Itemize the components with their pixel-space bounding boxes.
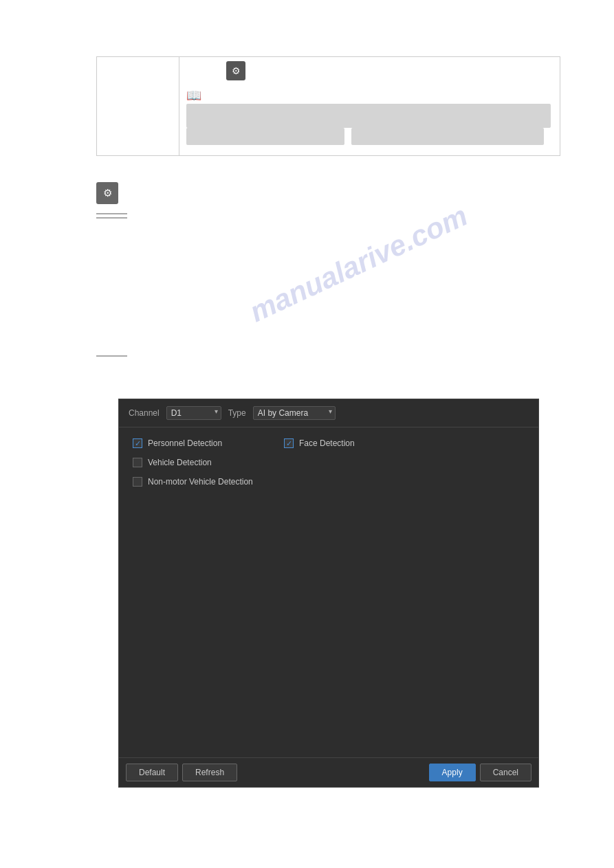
mid-gear-area: ⚙: [96, 182, 118, 204]
personnel-detection-row: Personnel Detection: [133, 438, 284, 448]
personnel-checkbox[interactable]: [133, 438, 142, 448]
dialog-footer: Default Refresh Apply Cancel: [119, 757, 538, 787]
vehicle-checkbox[interactable]: [133, 458, 142, 467]
gear-icon-mid: ⚙: [96, 182, 118, 204]
top-info-box: ⚙ 📖: [96, 56, 560, 156]
type-select-wrapper[interactable]: AI by Camera: [253, 406, 336, 420]
gear-icon-top: ⚙: [226, 61, 245, 80]
mid-line-2: [96, 217, 127, 219]
type-label: Type: [228, 408, 246, 418]
refresh-button[interactable]: Refresh: [182, 764, 237, 781]
book-icon: 📖: [186, 88, 201, 103]
channel-select[interactable]: D1: [166, 406, 221, 420]
watermark: manualarive.com: [245, 199, 472, 329]
default-button[interactable]: Default: [126, 764, 178, 781]
face-checkbox[interactable]: [284, 438, 294, 448]
face-detection-label: Face Detection: [299, 438, 355, 448]
top-gray-bar2: [186, 128, 344, 145]
dialog-content: Personnel Detection Vehicle Detection No…: [119, 427, 538, 757]
face-detection-row: Face Detection: [284, 438, 525, 448]
type-select[interactable]: AI by Camera: [253, 406, 336, 420]
channel-label: Channel: [129, 408, 160, 418]
nonmotor-detection-label: Non-motor Vehicle Detection: [148, 477, 253, 487]
mid-lines: [96, 213, 127, 221]
top-gray-bar3: [351, 128, 544, 145]
col-right: Face Detection: [284, 438, 525, 496]
nonmotor-detection-row: Non-motor Vehicle Detection: [133, 477, 284, 487]
top-box-right-panel: ⚙ 📖: [179, 57, 561, 155]
dialog-header: Channel D1 Type AI by Camera: [119, 399, 538, 427]
mid-line-1: [96, 213, 127, 214]
main-dialog: Channel D1 Type AI by Camera Personnel D…: [118, 399, 539, 788]
top-gray-bar: [186, 104, 551, 128]
col-left: Personnel Detection Vehicle Detection No…: [133, 438, 284, 496]
personnel-detection-label: Personnel Detection: [148, 438, 222, 448]
cancel-button[interactable]: Cancel: [480, 764, 531, 781]
bottom-line-area: [96, 355, 127, 359]
channel-select-wrapper[interactable]: D1: [166, 406, 221, 420]
detection-options: Personnel Detection Vehicle Detection No…: [133, 438, 525, 496]
bottom-line-1: [96, 355, 127, 357]
nonmotor-checkbox[interactable]: [133, 477, 142, 487]
apply-button[interactable]: Apply: [429, 764, 476, 781]
vehicle-detection-row: Vehicle Detection: [133, 458, 284, 467]
vehicle-detection-label: Vehicle Detection: [148, 458, 212, 467]
top-box-left-panel: [97, 57, 179, 155]
